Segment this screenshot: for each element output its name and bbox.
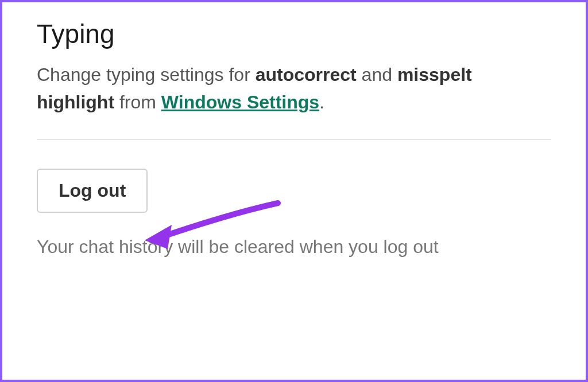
typing-title: Typing [37,18,551,49]
logout-note: Your chat history will be cleared when y… [37,233,536,260]
desc-bold-autocorrect: autocorrect [256,64,357,85]
section-divider [37,139,551,140]
windows-settings-link[interactable]: Windows Settings [161,92,319,112]
desc-text-1: Change typing settings for [37,64,256,85]
typing-description: Change typing settings for autocorrect a… [37,61,551,116]
desc-text-3: from [114,92,161,112]
desc-text-2: and [357,64,397,85]
settings-panel: Typing Change typing settings for autoco… [0,0,588,382]
logout-button[interactable]: Log out [37,169,148,213]
logout-section: Log out Your chat history will be cleare… [37,169,551,260]
desc-text-4: . [319,92,324,112]
